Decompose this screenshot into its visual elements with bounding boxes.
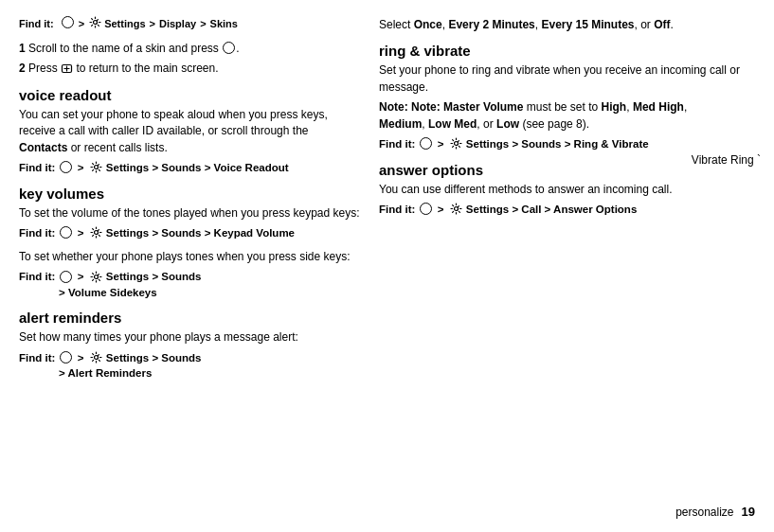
findit-circle-icon-1: [60, 161, 72, 173]
skins-label: Skins: [210, 18, 238, 29]
footer-word: personalize: [675, 505, 733, 519]
findit-settings-icon-5: [450, 137, 462, 150]
intro-text: Select Once, Every 2 Minutes, Every 15 M…: [379, 17, 755, 33]
answer-options-body: You can use different methods to answer …: [379, 182, 755, 198]
settings-label: Settings: [104, 18, 145, 29]
right-column: Select Once, Every 2 Minutes, Every 15 M…: [379, 17, 755, 519]
key-volumes-body1: To set the volume of the tones played wh…: [19, 205, 360, 222]
voice-readout-title: voice readout: [19, 87, 360, 103]
section-ring-vibrate: ring & vibrate Set your phone to ring an…: [379, 43, 755, 151]
select-button-icon: [223, 42, 235, 54]
key-volumes-findit1: Find it: > Settings > Sounds > Keypad Vo…: [19, 225, 360, 241]
findit-settings-icon-2: [90, 226, 102, 239]
svg-point-4: [94, 275, 98, 278]
alert-reminders-body: Set how many times your phone plays a me…: [19, 329, 360, 346]
page-container: Find it: > Settings > Display > Skins 1 …: [0, 0, 774, 532]
findit-circle-icon-3: [60, 271, 72, 283]
findit-settings-icon-6: [450, 203, 462, 215]
svg-point-3: [94, 231, 98, 235]
svg-point-7: [454, 207, 458, 211]
svg-point-2: [94, 166, 98, 169]
section-key-volumes: key volumes To set the volume of the ton…: [19, 186, 360, 301]
vibrate-ring-tab: Vibrate Ring `: [692, 153, 761, 167]
findit-circle-icon-4: [60, 351, 72, 364]
ring-vibrate-findit: Find it: > Settings > Sounds > Ring & Vi…: [379, 136, 755, 152]
key-volumes-body2: To set whether your phone plays tones wh…: [19, 249, 360, 265]
footer: personalize 19: [675, 505, 755, 519]
ring-vibrate-note: Note: Note: Master Volume must be set to…: [379, 99, 755, 133]
key-volumes-title: key volumes: [19, 186, 360, 202]
section-voice-readout: voice readout You can set your phone to …: [19, 87, 360, 176]
settings-icon: [89, 16, 101, 28]
findit-settings-icon-1: [90, 161, 102, 173]
section-answer-options: answer options You can use different met…: [379, 162, 755, 218]
voice-readout-findit: Find it: > Settings > Sounds > Voice Rea…: [19, 160, 360, 176]
left-column: Find it: > Settings > Display > Skins 1 …: [19, 17, 360, 519]
step2-text: 2 Press to return to the main screen.: [19, 61, 360, 77]
svg-point-0: [94, 21, 98, 25]
alert-reminders-findit: Find it: > Settings > Sounds > Alert Rem…: [19, 350, 360, 381]
svg-point-5: [94, 356, 98, 360]
findit-circle-icon-2: [60, 226, 72, 239]
key-volumes-findit2: Find it: > Settings > Sounds > Volume Si…: [19, 269, 360, 300]
section-alert-reminders: alert reminders Set how many times your …: [19, 310, 360, 381]
display-label: Display: [159, 18, 196, 29]
ring-vibrate-title: ring & vibrate: [379, 43, 755, 59]
svg-point-6: [454, 142, 458, 146]
findit-circle-icon-5: [420, 137, 432, 150]
findit-settings-icon-4: [90, 351, 102, 364]
answer-options-findit: Find it: > Settings > Call > Answer Opti…: [379, 202, 755, 218]
alert-reminders-title: alert reminders: [19, 310, 360, 326]
findit-circle-icon-6: [420, 203, 432, 215]
findit-settings-icon-3: [90, 271, 102, 283]
ring-vibrate-body: Set your phone to ring and vibrate when …: [379, 62, 755, 96]
menu-circle-icon: [62, 16, 74, 28]
voice-readout-body: You can set your phone to speak aloud wh…: [19, 107, 360, 156]
findit-label: Find it:: [19, 18, 54, 29]
breadcrumb: Find it: > Settings > Display > Skins: [19, 17, 360, 29]
step1-text: 1 Scroll to the name of a skin and press…: [19, 41, 360, 57]
page-number: 19: [742, 505, 755, 519]
